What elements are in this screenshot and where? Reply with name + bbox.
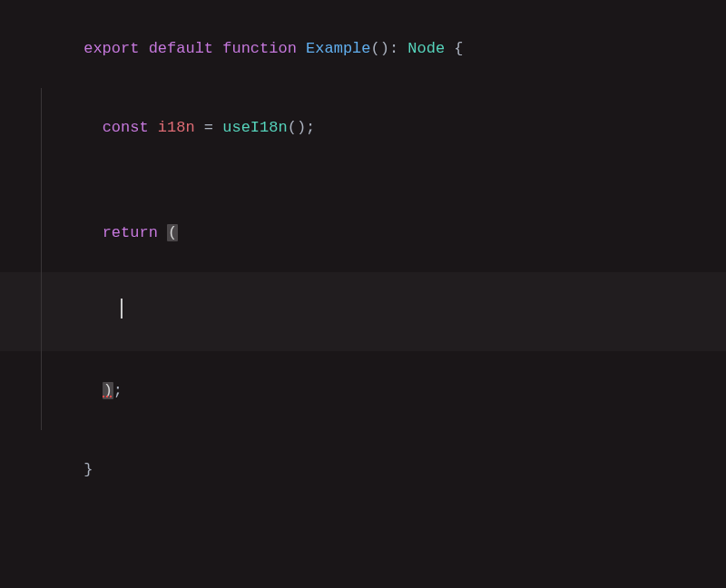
function-call: useI18n <box>222 119 287 136</box>
text-cursor <box>121 299 123 318</box>
code-line[interactable]: const i18n = useI18n(); <box>0 88 726 167</box>
variable-name: i18n <box>158 119 195 136</box>
keyword-const: const <box>103 119 149 136</box>
brace-close: } <box>83 461 93 478</box>
semicolon: ; <box>306 119 315 136</box>
paren-open-matched: ( <box>167 224 178 241</box>
keyword-export: export <box>83 40 139 57</box>
keyword-function: function <box>222 40 297 57</box>
code-line[interactable]: } <box>0 430 726 509</box>
code-editor[interactable]: export default function Example(): Node … <box>0 0 726 509</box>
indent-guide <box>41 167 42 193</box>
assignment-operator: = <box>204 119 213 136</box>
code-line-cursor[interactable] <box>0 272 726 351</box>
type-annotation: Node <box>407 40 445 57</box>
function-name: Example <box>306 40 370 57</box>
parentheses: () <box>371 40 389 57</box>
code-line[interactable]: ); <box>0 351 726 430</box>
code-line-empty[interactable] <box>0 167 726 193</box>
keyword-default: default <box>149 40 213 57</box>
code-line[interactable]: export default function Example(): Node … <box>0 9 726 88</box>
paren-close-matched: ) <box>103 382 113 399</box>
semicolon: ; <box>113 382 123 399</box>
keyword-return: return <box>103 224 158 241</box>
parentheses: () <box>288 119 306 136</box>
code-line[interactable]: return ( <box>0 193 726 272</box>
colon: : <box>389 40 398 57</box>
brace-open: { <box>454 40 463 57</box>
